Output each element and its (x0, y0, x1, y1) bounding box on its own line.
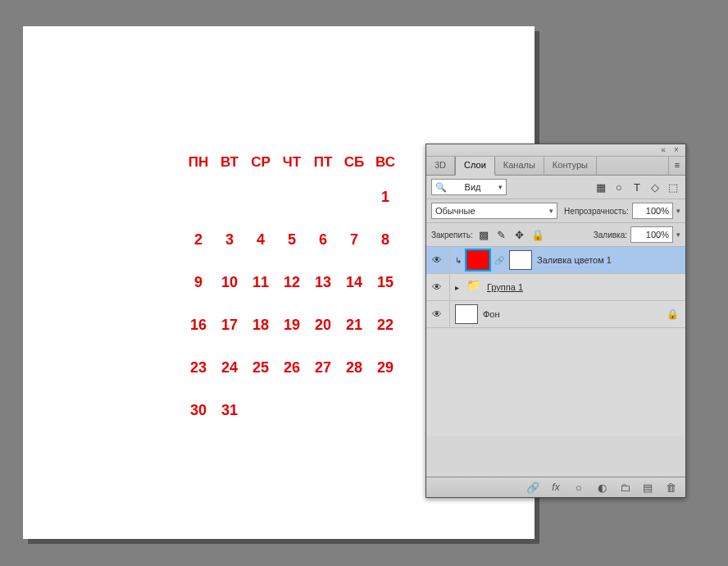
blend-mode-value: Обычные (435, 203, 475, 218)
panel-tabs: 3D Слои Каналы Контуры ≡ (426, 157, 685, 176)
dow: СР (245, 149, 276, 176)
chevron-down-icon[interactable]: ▾ (676, 231, 680, 239)
close-icon[interactable]: × (672, 146, 680, 154)
cal-cell: 21 (339, 304, 370, 346)
layer-filter-kind[interactable]: 🔍 Вид ▾ (431, 179, 507, 195)
mask-link-icon[interactable]: 🔗 (494, 256, 504, 265)
cal-cell: 31 (214, 389, 245, 431)
filter-pixel-icon[interactable]: ▦ (594, 180, 608, 194)
cal-cell: 5 (276, 218, 307, 261)
visibility-icon[interactable]: 👁 (430, 280, 444, 294)
layer-row[interactable]: 👁 ▸ 📁 Группа 1 (426, 274, 685, 301)
disclosure-icon[interactable]: ▸ (455, 283, 459, 292)
cal-cell: 26 (276, 346, 307, 389)
layer-name[interactable]: Группа 1 (487, 282, 523, 292)
calendar: ПН ВТ СР ЧТ ПТ СБ ВС 1234567891011121314… (183, 149, 401, 431)
lock-position-icon[interactable]: ✥ (512, 227, 527, 242)
dow: ЧТ (276, 149, 307, 176)
cal-cell: 27 (307, 346, 339, 389)
chevron-down-icon: ▾ (498, 180, 503, 194)
layer-row[interactable]: 👁 Фон 🔒 (426, 301, 685, 328)
opacity-label: Непрозрачность: (564, 207, 629, 216)
cal-cell: 22 (370, 304, 401, 346)
cal-cell (339, 176, 370, 218)
visibility-icon[interactable]: 👁 (430, 253, 444, 267)
cal-cell: 19 (276, 304, 307, 346)
blend-row: Обычные ▾ Непрозрачность: 100% ▾ (426, 199, 685, 223)
lock-icon[interactable]: 🔒 (667, 308, 682, 320)
link-layers-icon[interactable]: 🔗 (526, 482, 539, 494)
cal-cell: 2 (183, 218, 214, 261)
delete-layer-icon[interactable]: 🗑 (664, 482, 677, 494)
cal-cell: 8 (370, 218, 401, 261)
layer-name[interactable]: Фон (483, 309, 500, 319)
layers-panel: « × 3D Слои Каналы Контуры ≡ 🔍 Вид ▾ ▦ ○… (425, 144, 686, 498)
cal-cell (214, 176, 245, 218)
chevron-down-icon[interactable]: ▾ (676, 207, 680, 215)
cal-cell: 11 (245, 261, 276, 304)
cal-cell: 15 (370, 261, 401, 304)
cal-cell: 24 (214, 346, 245, 389)
cal-cell (307, 176, 339, 218)
dow: ВТ (214, 149, 245, 176)
folder-icon: 📁 (464, 278, 482, 296)
fx-icon[interactable]: fx (549, 482, 562, 493)
cal-cell: 16 (183, 304, 214, 346)
chevron-down-icon: ▾ (549, 203, 553, 218)
adjustment-icon[interactable]: ◐ (595, 482, 608, 494)
lock-row: Закрепить: ▩ ✎ ✥ 🔒 Заливка: 100% ▾ (426, 223, 685, 247)
panel-menu-icon[interactable]: ≡ (668, 157, 685, 175)
cal-cell (307, 389, 339, 431)
cal-cell: 29 (370, 346, 401, 389)
dow: СБ (339, 149, 370, 176)
clip-icon: ↳ (455, 256, 462, 265)
tab-paths[interactable]: Контуры (544, 157, 597, 175)
new-layer-icon[interactable]: ▤ (641, 482, 654, 494)
collapse-icon[interactable]: « (659, 146, 667, 154)
cal-cell: 1 (370, 176, 401, 218)
cal-cell (339, 389, 370, 431)
cal-cell: 4 (245, 218, 276, 261)
layer-row[interactable]: 👁 ↳ 🔗 Заливка цветом 1 (426, 247, 685, 274)
cal-cell (276, 389, 307, 431)
layer-mask-thumb[interactable] (509, 250, 532, 270)
cal-cell: 10 (214, 261, 245, 304)
tab-3d[interactable]: 3D (426, 157, 455, 175)
tab-channels[interactable]: Каналы (495, 157, 544, 175)
layer-name[interactable]: Заливка цветом 1 (537, 255, 612, 265)
cal-cell: 7 (339, 218, 370, 261)
cal-cell: 30 (183, 389, 214, 431)
panel-titlebar[interactable]: « × (426, 144, 685, 157)
fill-label: Заливка: (594, 231, 627, 240)
cal-cell: 9 (183, 261, 214, 304)
filter-kind-label: Вид (465, 180, 481, 194)
panel-footer: 🔗 fx ○ ◐ 🗀 ▤ 🗑 (426, 477, 685, 497)
lock-image-icon[interactable]: ✎ (494, 227, 509, 242)
blend-mode-select[interactable]: Обычные ▾ (431, 203, 557, 219)
filter-smart-icon[interactable]: ⬚ (666, 180, 680, 194)
fill-field[interactable]: 100% (630, 226, 673, 243)
visibility-icon[interactable]: 👁 (430, 307, 444, 322)
opacity-field[interactable]: 100% (632, 203, 673, 219)
cal-cell: 6 (307, 218, 339, 261)
tab-layers[interactable]: Слои (455, 157, 495, 176)
cal-cell (183, 176, 214, 218)
lock-all-icon[interactable]: 🔒 (530, 227, 545, 242)
dow: ПН (183, 149, 214, 176)
layer-thumb[interactable] (466, 250, 489, 270)
cal-cell (245, 176, 276, 218)
lock-transparent-icon[interactable]: ▩ (476, 227, 491, 242)
filter-shape-icon[interactable]: ◇ (648, 180, 662, 194)
cal-cell: 23 (183, 346, 214, 389)
add-mask-icon[interactable]: ○ (572, 482, 585, 494)
layer-thumb[interactable] (455, 304, 478, 324)
cal-cell: 14 (339, 261, 370, 304)
cal-cell: 12 (276, 261, 307, 304)
new-group-icon[interactable]: 🗀 (618, 482, 631, 494)
cal-cell: 20 (307, 304, 339, 346)
cal-cell: 17 (214, 304, 245, 346)
cal-cell: 3 (214, 218, 245, 261)
filter-row: 🔍 Вид ▾ ▦ ○ T ◇ ⬚ (426, 176, 685, 199)
filter-adjust-icon[interactable]: ○ (612, 180, 626, 194)
filter-type-icon[interactable]: T (630, 180, 644, 194)
